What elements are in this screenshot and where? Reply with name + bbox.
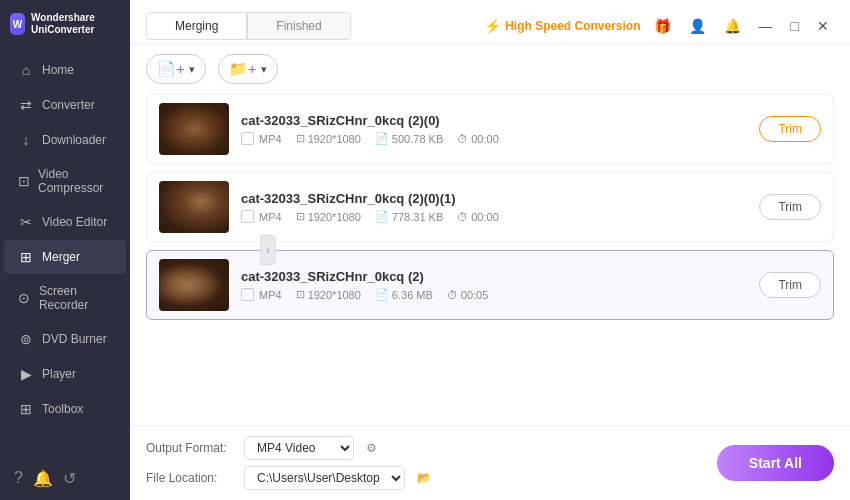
sidebar-label-downloader: Downloader [42,133,106,147]
sidebar-item-screen-recorder[interactable]: ⊙ Screen Recorder [4,275,126,321]
notification-icon[interactable]: 🔔 [33,469,53,488]
file-resolution-3: ⊡ 1920*1080 [296,288,361,301]
sidebar-label-compressor: Video Compressor [38,167,112,195]
file-meta-3: MP4 ⊡ 1920*1080 📄 6.36 MB ⏱ 00:05 [241,288,747,301]
file-thumb-1 [159,103,229,155]
trim-button-1[interactable]: Trim [759,116,821,142]
add-file-button[interactable]: 📄+ ▾ [146,54,206,84]
sidebar-nav: ⌂ Home ⇄ Converter ↓ Downloader ⊡ Video … [0,48,130,457]
topbar: Merging Finished ⚡ High Speed Conversion… [130,0,850,44]
file-duration-2: ⏱ 00:00 [457,211,499,223]
file-name-2: cat-32033_SRizCHnr_0kcq (2)(0)(1) [241,191,747,206]
notification-button[interactable]: 🔔 [719,16,746,36]
sidebar-label-editor: Video Editor [42,215,107,229]
sidebar-label-converter: Converter [42,98,95,112]
file-info-3: cat-32033_SRizCHnr_0kcq (2) MP4 ⊡ 1920*1… [241,269,747,301]
refresh-icon[interactable]: ↺ [63,469,76,488]
file-name-1: cat-32033_SRizCHnr_0kcq (2)(0) [241,113,747,128]
home-icon: ⌂ [18,62,34,78]
sidebar-label-player: Player [42,367,76,381]
editor-icon: ✂ [18,214,34,230]
output-format-label: Output Format: [146,441,236,455]
output-format-row: Output Format: MP4 Video ⚙ [146,436,717,460]
folder-open-icon[interactable]: 📂 [417,471,432,485]
thumbnail-image-2 [159,181,229,233]
file-size-2: 📄 778.31 KB [375,210,443,223]
sidebar-label-home: Home [42,63,74,77]
sidebar-label-dvd: DVD Burner [42,332,107,346]
start-all-button[interactable]: Start All [717,445,834,481]
app-title: Wondershare UniConverter [31,12,120,36]
file-resolution-2: ⊡ 1920*1080 [296,210,361,223]
downloader-icon: ↓ [18,132,34,148]
minimize-button[interactable]: — [754,16,778,36]
sidebar-item-video-compressor[interactable]: ⊡ Video Compressor [4,158,126,204]
dvd-icon: ⊚ [18,331,34,347]
thumbnail-image-1 [159,103,229,155]
file-meta-2: MP4 ⊡ 1920*1080 📄 778.31 KB ⏱ 00:00 [241,210,747,223]
high-speed-label: High Speed Conversion [505,19,640,33]
sidebar-label-toolbox: Toolbox [42,402,83,416]
file-thumb-2 [159,181,229,233]
app-icon: W [10,13,25,35]
sidebar-label-merger: Merger [42,250,80,264]
player-icon: ▶ [18,366,34,382]
file-checkbox-2[interactable]: MP4 [241,210,282,223]
sidebar-item-video-editor[interactable]: ✂ Video Editor [4,205,126,239]
window-controls: 🎁 👤 🔔 — □ ✕ [649,16,834,36]
sidebar-item-player[interactable]: ▶ Player [4,357,126,391]
file-location-select[interactable]: C:\Users\User\Desktop [244,466,405,490]
thumbnail-image-3 [159,259,229,311]
file-duration-3: ⏱ 00:05 [447,289,489,301]
file-duration-1: ⏱ 00:00 [457,133,499,145]
sidebar-item-toolbox[interactable]: ⊞ Toolbox [4,392,126,426]
high-speed-conversion[interactable]: ⚡ High Speed Conversion [484,18,640,34]
sidebar-item-merger[interactable]: ⊞ Merger [4,240,126,274]
tab-finished[interactable]: Finished [247,12,350,40]
maximize-button[interactable]: □ [786,16,804,36]
add-file-icon: 📄+ [157,60,185,78]
output-format-select[interactable]: MP4 Video [244,436,354,460]
file-resolution-1: ⊡ 1920*1080 [296,132,361,145]
close-button[interactable]: ✕ [812,16,834,36]
trim-button-3[interactable]: Trim [759,272,821,298]
file-thumb-3 [159,259,229,311]
file-list: cat-32033_SRizCHnr_0kcq (2)(0) MP4 ⊡ 192… [130,94,850,425]
recorder-icon: ⊙ [18,290,31,306]
file-info-2: cat-32033_SRizCHnr_0kcq (2)(0)(1) MP4 ⊡ … [241,191,747,223]
topbar-right: ⚡ High Speed Conversion 🎁 👤 🔔 — □ ✕ [484,16,834,36]
bolt-icon: ⚡ [484,18,501,34]
file-row-2[interactable]: cat-32033_SRizCHnr_0kcq (2)(0)(1) MP4 ⊡ … [146,172,834,242]
footer-options: Output Format: MP4 Video ⚙ File Location… [146,436,717,490]
sidebar: W Wondershare UniConverter ⌂ Home ⇄ Conv… [0,0,130,500]
account-button[interactable]: 👤 [684,16,711,36]
tab-group: Merging Finished [146,12,351,40]
toolbox-icon: ⊞ [18,401,34,417]
toolbar: 📄+ ▾ 📁+ ▾ [130,44,850,94]
sidebar-item-downloader[interactable]: ↓ Downloader [4,123,126,157]
add-folder-button[interactable]: 📁+ ▾ [218,54,278,84]
file-size-3: 📄 6.36 MB [375,288,433,301]
sidebar-footer: ? 🔔 ↺ [0,457,130,500]
trim-button-2[interactable]: Trim [759,194,821,220]
sidebar-item-dvd-burner[interactable]: ⊚ DVD Burner [4,322,126,356]
main-panel: ‹ Merging Finished ⚡ High Speed Conversi… [130,0,850,500]
add-folder-icon: 📁+ [229,60,257,78]
gift-button[interactable]: 🎁 [649,16,676,36]
file-row-3[interactable]: cat-32033_SRizCHnr_0kcq (2) MP4 ⊡ 1920*1… [146,250,834,320]
file-meta-1: MP4 ⊡ 1920*1080 📄 500.78 KB ⏱ 00:00 [241,132,747,145]
file-checkbox-3[interactable]: MP4 [241,288,282,301]
collapse-sidebar-button[interactable]: ‹ [260,235,276,265]
sidebar-item-converter[interactable]: ⇄ Converter [4,88,126,122]
file-row-1[interactable]: cat-32033_SRizCHnr_0kcq (2)(0) MP4 ⊡ 192… [146,94,834,164]
file-location-row: File Location: C:\Users\User\Desktop 📂 [146,466,717,490]
tab-merging[interactable]: Merging [146,12,247,40]
sidebar-label-recorder: Screen Recorder [39,284,112,312]
file-size-1: 📄 500.78 KB [375,132,443,145]
help-icon[interactable]: ? [14,469,23,488]
settings-icon[interactable]: ⚙ [366,441,377,455]
file-name-3: cat-32033_SRizCHnr_0kcq (2) [241,269,747,284]
sidebar-item-home[interactable]: ⌂ Home [4,53,126,87]
converter-icon: ⇄ [18,97,34,113]
file-checkbox-1[interactable]: MP4 [241,132,282,145]
